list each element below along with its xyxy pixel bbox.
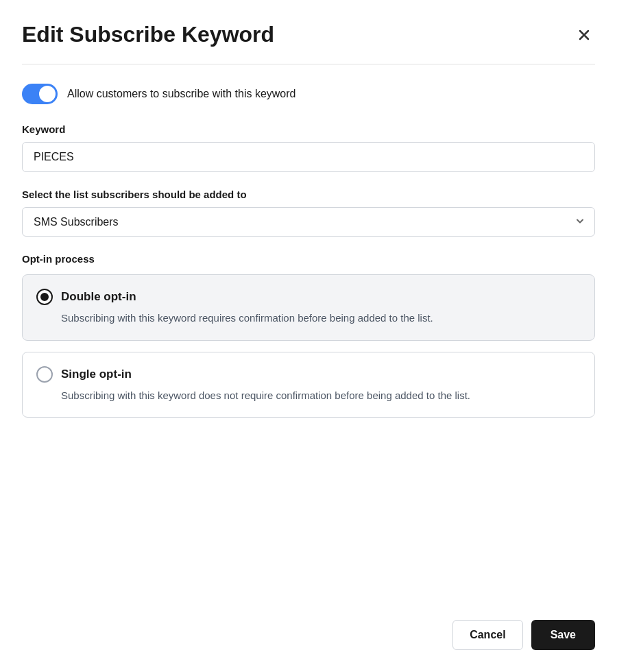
single-opt-in-card[interactable]: Single opt-in Subscribing with this keyw… (22, 352, 595, 418)
keyword-input[interactable] (22, 142, 595, 172)
toggle-slider (22, 84, 58, 104)
list-select[interactable]: SMS Subscribers Email Subscribers All Su… (22, 207, 595, 237)
double-opt-in-description: Subscribing with this keyword requires c… (61, 311, 581, 326)
double-opt-in-header: Double opt-in (36, 289, 581, 305)
list-select-wrapper: SMS Subscribers Email Subscribers All Su… (22, 207, 595, 237)
single-opt-in-name: Single opt-in (61, 368, 132, 381)
double-opt-in-name: Double opt-in (61, 290, 136, 304)
close-button[interactable] (573, 24, 595, 46)
modal-container: Edit Subscribe Keyword Allow customers t… (0, 0, 617, 672)
double-opt-in-radio[interactable] (36, 289, 53, 305)
header-divider (22, 64, 595, 64)
list-section: Select the list subscribers should be ad… (22, 189, 595, 237)
toggle-row: Allow customers to subscribe with this k… (22, 84, 595, 104)
double-opt-in-card[interactable]: Double opt-in Subscribing with this keyw… (22, 274, 595, 341)
keyword-label: Keyword (22, 123, 595, 135)
single-opt-in-header: Single opt-in (36, 366, 581, 383)
opt-in-section-title: Opt-in process (22, 253, 595, 265)
close-icon (576, 27, 592, 43)
modal-header: Edit Subscribe Keyword (22, 22, 595, 47)
keyword-section: Keyword (22, 123, 595, 172)
subscribe-toggle[interactable] (22, 84, 58, 104)
cancel-button[interactable]: Cancel (452, 620, 522, 650)
opt-in-section: Opt-in process Double opt-in Subscribing… (22, 253, 595, 418)
modal-title: Edit Subscribe Keyword (22, 22, 274, 47)
save-button[interactable]: Save (531, 620, 595, 650)
single-opt-in-radio[interactable] (36, 366, 53, 383)
list-label: Select the list subscribers should be ad… (22, 189, 595, 200)
opt-in-options: Double opt-in Subscribing with this keyw… (22, 274, 595, 418)
modal-footer: Cancel Save (22, 592, 595, 650)
toggle-label: Allow customers to subscribe with this k… (67, 88, 295, 100)
single-opt-in-description: Subscribing with this keyword does not r… (61, 388, 581, 404)
